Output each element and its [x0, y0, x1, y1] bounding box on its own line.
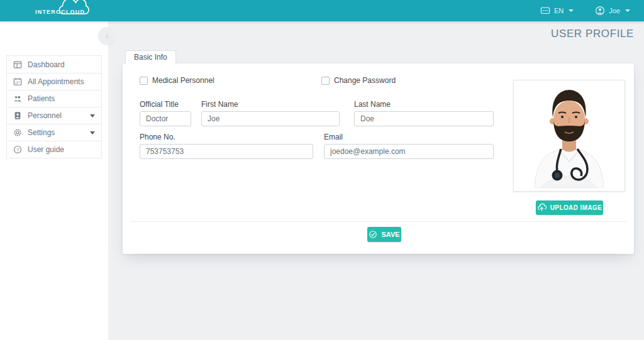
sidebar-item-label: Personnel	[28, 111, 62, 120]
first-name-label: First Name	[201, 100, 238, 109]
sidebar-item-user-guide[interactable]: ? User guide	[7, 141, 101, 158]
checkbox-label: Change Password	[334, 76, 396, 85]
check-circle-icon	[369, 230, 377, 239]
topbar-right: EN Joe	[540, 6, 630, 16]
last-name-input[interactable]	[354, 111, 494, 126]
sidebar-item-label: User guide	[28, 145, 64, 154]
sidebar-item-patients[interactable]: Patients	[7, 90, 101, 107]
sidebar: Dashboard All Appointments Patients Pers…	[0, 21, 108, 340]
official-title-input[interactable]	[140, 111, 191, 126]
email-label: Email	[324, 133, 343, 141]
main-content: USER PROFILE Basic Info Medical Personne…	[108, 21, 644, 340]
chevron-down-icon	[90, 131, 95, 134]
sidebar-item-all-appointments[interactable]: All Appointments	[7, 73, 101, 90]
settings-icon	[13, 128, 22, 137]
sidebar-item-dashboard[interactable]: Dashboard	[7, 56, 101, 73]
brand-text-prefix: INTERO	[35, 9, 61, 15]
checkbox-icon	[321, 77, 330, 85]
checkbox-icon	[140, 77, 148, 85]
user-name-label: Joe	[609, 7, 620, 14]
save-button[interactable]: SAVE	[367, 227, 401, 242]
email-input[interactable]	[324, 144, 494, 159]
medical-personnel-checkbox[interactable]: Medical Personnel	[140, 76, 214, 85]
first-name-input[interactable]	[201, 111, 340, 126]
checkbox-label: Medical Personnel	[152, 76, 214, 85]
sidebar-item-label: Settings	[28, 128, 55, 137]
divider	[130, 221, 626, 222]
sidebar-collapse-button[interactable]: ‹	[98, 27, 116, 45]
upload-image-button[interactable]: UPLOAD IMAGE	[536, 200, 603, 215]
topbar: INTEROCLOUD EN Joe	[0, 0, 644, 21]
chevron-down-icon	[90, 114, 95, 118]
change-password-checkbox[interactable]: Change Password	[321, 76, 396, 85]
chat-icon	[540, 6, 550, 16]
tab-basic-info[interactable]: Basic Info	[125, 50, 176, 64]
svg-text:?: ?	[16, 147, 19, 153]
chevron-down-icon	[625, 9, 630, 12]
personnel-icon	[13, 111, 22, 120]
sidebar-item-label: Patients	[28, 94, 55, 103]
page-title: USER PROFILE	[551, 28, 634, 40]
phone-input[interactable]	[140, 144, 313, 159]
upload-cloud-icon	[537, 203, 547, 212]
last-name-label: Last Name	[354, 100, 391, 109]
sidebar-item-personnel[interactable]: Personnel	[7, 107, 101, 124]
brand-text-suffix: CLOUD	[61, 9, 85, 15]
sidebar-menu: Dashboard All Appointments Patients Pers…	[6, 55, 102, 158]
chevron-down-icon	[569, 9, 574, 12]
calendar-icon	[13, 77, 22, 86]
sidebar-item-settings[interactable]: Settings	[7, 124, 101, 141]
language-menu[interactable]: EN	[540, 6, 574, 16]
official-title-label: Official Title	[140, 100, 179, 109]
language-label: EN	[554, 7, 564, 14]
user-icon	[595, 6, 605, 16]
sidebar-item-label: All Appointments	[28, 77, 84, 86]
help-icon: ?	[13, 145, 22, 154]
doctor-photo-illustration	[517, 84, 621, 188]
dashboard-icon	[13, 60, 22, 69]
sidebar-item-label: Dashboard	[28, 60, 65, 69]
brand-logo[interactable]: INTEROCLOUD	[35, 6, 85, 15]
patients-icon	[13, 94, 22, 103]
phone-label: Phone No.	[140, 133, 175, 141]
user-menu[interactable]: Joe	[595, 6, 630, 16]
profile-photo	[513, 80, 625, 192]
profile-card: Medical Personnel Change Password Offici…	[123, 63, 634, 254]
upload-image-label: UPLOAD IMAGE	[550, 204, 602, 211]
save-label: SAVE	[381, 231, 399, 238]
